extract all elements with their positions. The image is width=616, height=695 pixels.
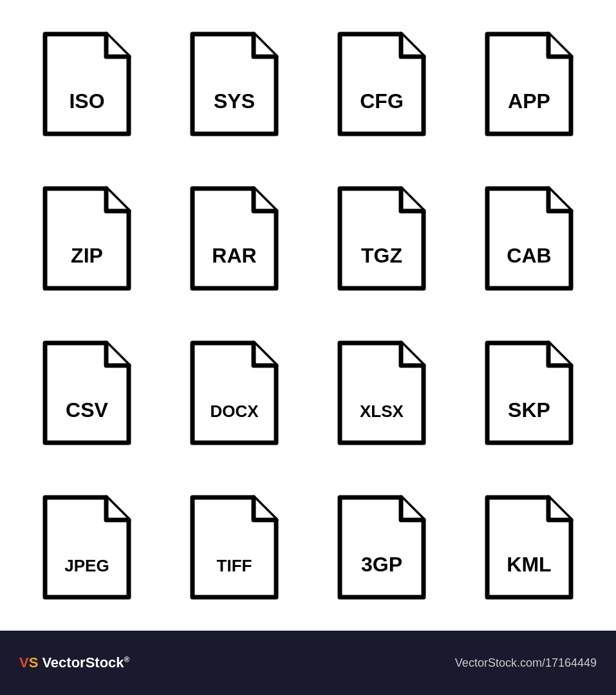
file-icon-docx: DOCX [186,337,283,449]
icon-cell-cab: CAB [456,161,603,315]
file-icon-rar: RAR [186,182,283,295]
file-icon-app: APP [481,28,577,140]
svg-text:ISO: ISO [69,89,104,113]
file-icon-xlsx: XLSX [333,337,430,449]
svg-text:CFG: CFG [360,89,404,113]
icon-cell-docx: DOCX [160,315,308,470]
file-icon-csv: CSV [39,337,135,449]
file-icon-3gp: 3GP [333,491,430,604]
svg-text:SKP: SKP [508,398,550,422]
svg-text:CSV: CSV [66,398,108,422]
file-icon-sys: SYS [186,28,283,140]
svg-text:DOCX: DOCX [210,402,259,421]
svg-text:TGZ: TGZ [361,244,402,267]
svg-text:CAB: CAB [507,244,552,267]
file-icon-tgz: TGZ [333,182,430,295]
watermark-left: VS VectorStock® [19,654,129,671]
icon-cell-iso: ISO [13,6,160,161]
svg-text:SYS: SYS [214,89,255,113]
file-icon-cab: CAB [481,182,577,295]
icon-cell-app: APP [456,6,603,161]
file-icon-tiff: TIFF [186,491,283,604]
url-text: VectorStock.com/17164449 [455,656,597,669]
svg-text:XLSX: XLSX [360,402,404,421]
file-icon-zip: ZIP [39,182,135,295]
file-icon-skp: SKP [481,337,577,449]
icon-cell-tgz: TGZ [308,161,456,315]
icon-cell-rar: RAR [160,161,308,315]
icon-cell-sys: SYS [160,6,308,161]
icon-cell-tiff: TIFF [160,470,308,624]
icon-cell-csv: CSV [13,315,160,470]
svg-text:JPEG: JPEG [64,556,109,575]
icon-cell-cfg: CFG [308,6,456,161]
svg-text:3GP: 3GP [361,553,402,576]
vectorstock-logo: VS [19,654,38,671]
svg-text:APP: APP [508,89,550,113]
file-icon-jpeg: JPEG [39,491,135,604]
watermark-bar: VS VectorStock® VectorStock.com/17164449 [0,631,616,695]
icon-cell-jpeg: JPEG [13,470,160,624]
watermark-url: VectorStock.com/17164449 [455,656,597,670]
svg-text:RAR: RAR [212,244,256,267]
file-icon-cfg: CFG [333,28,430,140]
svg-text:ZIP: ZIP [71,244,103,267]
icon-cell-kml: KML [456,470,603,624]
icon-cell-skp: SKP [456,315,603,470]
icon-cell-zip: ZIP [13,161,160,315]
svg-text:TIFF: TIFF [216,556,252,575]
file-icon-kml: KML [481,491,577,604]
brand-name: VectorStock® [42,654,129,671]
icons-grid: ISO SYS CFG [0,0,616,631]
file-icon-iso: ISO [39,28,135,140]
svg-text:KML: KML [507,553,552,576]
icon-cell-xlsx: XLSX [308,315,456,470]
logo-v: VS [19,654,38,671]
icon-cell-3gp: 3GP [308,470,456,624]
